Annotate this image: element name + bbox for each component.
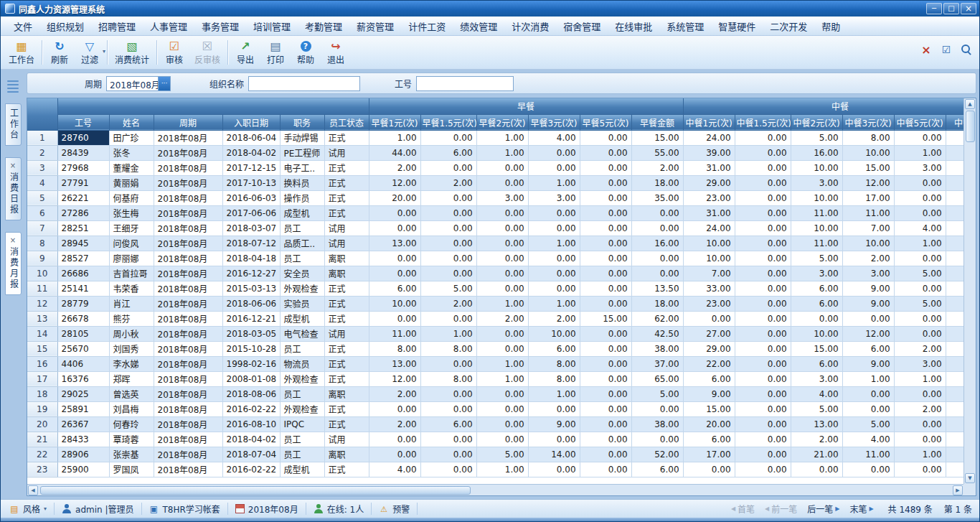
column-header[interactable]: 中餐3元(次) bbox=[842, 114, 894, 130]
cell[interactable]: 2018年08月 bbox=[154, 326, 222, 341]
cell[interactable]: 实验员 bbox=[280, 296, 324, 311]
cell[interactable]: 0.00 bbox=[420, 266, 476, 281]
cell[interactable]: 5.00 bbox=[791, 401, 842, 416]
cell[interactable]: 1.00 bbox=[369, 130, 420, 145]
cell[interactable]: 8.00 bbox=[369, 341, 420, 356]
column-header[interactable]: 早餐3元(次) bbox=[528, 114, 580, 130]
warning-button[interactable]: 预警 bbox=[372, 503, 418, 515]
cell[interactable]: 0.00 bbox=[735, 386, 791, 401]
row-number[interactable]: 8 bbox=[27, 236, 57, 251]
cell[interactable]: 6.00 bbox=[420, 416, 476, 432]
cell[interactable]: 17.00 bbox=[683, 447, 735, 462]
cell[interactable]: 2018年08月 bbox=[154, 130, 222, 145]
cell[interactable]: 0.00 bbox=[528, 462, 580, 477]
row-number[interactable]: 5 bbox=[27, 190, 57, 205]
cell[interactable]: 曾选英 bbox=[109, 386, 154, 401]
cell[interactable]: 10.00 bbox=[369, 296, 420, 311]
cell[interactable] bbox=[946, 175, 963, 190]
cell[interactable]: 14.00 bbox=[528, 447, 580, 462]
cell[interactable]: 0.00 bbox=[420, 401, 476, 416]
cell[interactable]: 1.00 bbox=[476, 356, 528, 371]
cell[interactable]: 2.00 bbox=[476, 311, 528, 326]
cell[interactable]: 0.00 bbox=[580, 251, 631, 266]
cell[interactable] bbox=[946, 266, 963, 281]
cell[interactable]: 7.00 bbox=[683, 266, 735, 281]
cell[interactable]: 10.00 bbox=[791, 160, 842, 175]
cell[interactable]: 15.00 bbox=[842, 160, 894, 175]
cell[interactable]: 正式 bbox=[324, 341, 369, 356]
cell[interactable]: 0.00 bbox=[369, 251, 420, 266]
cell[interactable]: 0.00 bbox=[580, 371, 631, 386]
cell[interactable]: 10.00 bbox=[842, 236, 894, 251]
cell[interactable]: 10.00 bbox=[791, 190, 842, 205]
cell[interactable]: 13.00 bbox=[369, 356, 420, 371]
row-number[interactable]: 23 bbox=[27, 462, 57, 477]
cell[interactable]: 15.00 bbox=[631, 130, 683, 145]
cell[interactable]: 离职 bbox=[324, 266, 369, 281]
cell[interactable]: 0.00 bbox=[420, 220, 476, 236]
cell[interactable]: 25900 bbox=[57, 462, 109, 477]
cell[interactable]: 25141 bbox=[57, 281, 109, 296]
cell[interactable]: 0.00 bbox=[420, 386, 476, 401]
row-number[interactable]: 2 bbox=[27, 145, 57, 160]
cell[interactable]: 5.00 bbox=[842, 416, 894, 432]
cell[interactable]: 员工 bbox=[280, 220, 324, 236]
cell[interactable]: 0.00 bbox=[369, 311, 420, 326]
cell[interactable]: 成型机 bbox=[280, 462, 324, 477]
cell[interactable]: 2.00 bbox=[420, 296, 476, 311]
cell[interactable]: 0.00 bbox=[528, 160, 580, 175]
dropdown-caret-icon[interactable] bbox=[103, 48, 105, 55]
cell[interactable]: 0.00 bbox=[683, 311, 735, 326]
cell[interactable]: 0.00 bbox=[476, 266, 528, 281]
cell[interactable]: 电子工.. bbox=[280, 160, 324, 175]
column-header[interactable]: 早餐5元(次) bbox=[580, 114, 631, 130]
cell[interactable]: 2018-07-12 bbox=[222, 236, 280, 251]
cell[interactable]: 8.00 bbox=[420, 371, 476, 386]
cell[interactable]: 13.00 bbox=[791, 416, 842, 432]
cell[interactable]: 2018-04-18 bbox=[222, 251, 280, 266]
cell[interactable] bbox=[946, 356, 963, 371]
cell[interactable]: 0.00 bbox=[735, 356, 791, 371]
cell[interactable]: 0.00 bbox=[735, 160, 791, 175]
cell[interactable]: 张生梅 bbox=[109, 205, 154, 220]
column-header[interactable]: 早餐2元(次) bbox=[476, 114, 528, 130]
cell[interactable]: 2017-12-15 bbox=[222, 160, 280, 175]
cell[interactable]: 3.00 bbox=[528, 190, 580, 205]
cell[interactable]: 8.00 bbox=[420, 341, 476, 356]
cell[interactable]: 0.00 bbox=[735, 175, 791, 190]
cell[interactable]: 0.00 bbox=[580, 386, 631, 401]
cell[interactable]: 0.00 bbox=[420, 130, 476, 145]
cell[interactable]: 26686 bbox=[57, 266, 109, 281]
cell[interactable]: PE工程师 bbox=[280, 145, 324, 160]
row-number[interactable]: 19 bbox=[27, 401, 57, 416]
cell[interactable]: 2016-12-21 bbox=[222, 311, 280, 326]
column-header[interactable]: 中餐1元(次) bbox=[683, 114, 735, 130]
row-number[interactable]: 10 bbox=[27, 266, 57, 281]
cell[interactable]: 正式 bbox=[324, 160, 369, 175]
cell[interactable]: 28251 bbox=[57, 220, 109, 236]
cell[interactable]: 1.00 bbox=[476, 462, 528, 477]
cell[interactable]: 8.00 bbox=[528, 356, 580, 371]
cell[interactable]: 0.00 bbox=[528, 401, 580, 416]
column-header[interactable]: 周期 bbox=[154, 114, 222, 130]
cell[interactable]: 4.00 bbox=[791, 386, 842, 401]
cell[interactable]: 廖丽娜 bbox=[109, 251, 154, 266]
cell[interactable]: 6.00 bbox=[631, 462, 683, 477]
cell[interactable] bbox=[946, 371, 963, 386]
cell[interactable]: 试用 bbox=[324, 236, 369, 251]
cell[interactable] bbox=[946, 447, 963, 462]
cell[interactable]: 2018年08月 bbox=[154, 447, 222, 462]
row-number[interactable]: 18 bbox=[27, 386, 57, 401]
cell[interactable]: 刘昌梅 bbox=[109, 401, 154, 416]
cell[interactable]: 0.00 bbox=[420, 160, 476, 175]
row-number[interactable]: 20 bbox=[27, 416, 57, 432]
cell[interactable]: 正式 bbox=[324, 281, 369, 296]
cell[interactable]: 正式 bbox=[324, 175, 369, 190]
cell[interactable]: 0.00 bbox=[842, 401, 894, 416]
cell[interactable]: 0.00 bbox=[894, 386, 946, 401]
cell[interactable]: 0.00 bbox=[894, 190, 946, 205]
cell[interactable]: 正式 bbox=[324, 462, 369, 477]
cell[interactable]: 12.00 bbox=[369, 175, 420, 190]
cell[interactable]: 安全员 bbox=[280, 266, 324, 281]
cell[interactable]: 2015-10-28 bbox=[222, 341, 280, 356]
